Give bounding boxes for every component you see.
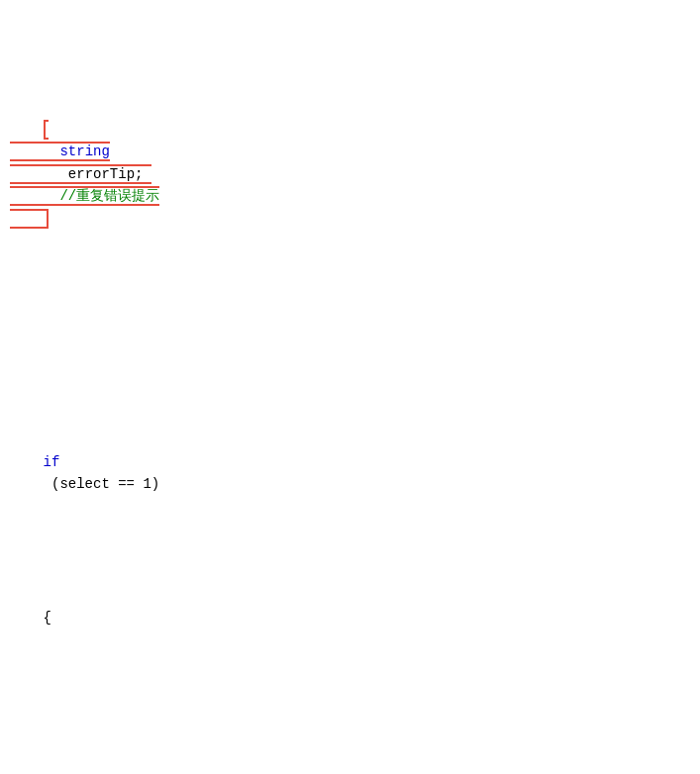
if-condition: (select == 1): [44, 476, 160, 492]
kw-if: if: [44, 454, 60, 470]
type-string: string: [59, 144, 109, 159]
line-if-select: if (select == 1): [10, 429, 690, 518]
line-brace-open1: {: [10, 584, 690, 650]
line-string-errortip: string errorTip; //重复错误提示: [10, 97, 690, 252]
var-errortip: errorTip;: [59, 166, 150, 182]
code-container: string errorTip; //重复错误提示 if (select == …: [10, 8, 690, 774]
highlight-errortip-declaration: string errorTip; //重复错误提示: [10, 120, 159, 229]
comment-errortip: //重复错误提示: [59, 188, 159, 204]
line-filename-student: fileName = STUDENT_FILE ;: [10, 739, 690, 774]
blank-line-1: [10, 318, 690, 339]
